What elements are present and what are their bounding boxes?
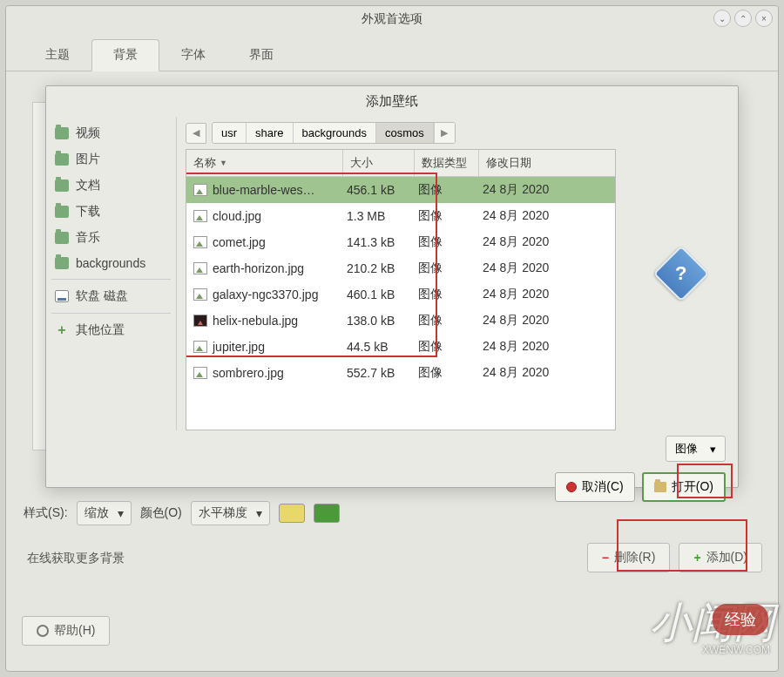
- place-label: 下载: [76, 204, 100, 220]
- breadcrumb-path: usrsharebackgroundscosmos▶: [212, 122, 456, 144]
- file-row[interactable]: comet.jpg141.3 kB图像24 8月 2020: [186, 229, 615, 255]
- breadcrumb-back-button[interactable]: ◀: [186, 123, 206, 144]
- image-file-icon: [193, 288, 207, 301]
- divider: [51, 313, 171, 314]
- open-label: 打开(O): [672, 479, 713, 495]
- place-label: 软盘 磁盘: [76, 288, 128, 304]
- file-name: blue-marble-wes…: [213, 183, 314, 197]
- main-actions: −删除(R) +添加(D): [587, 543, 762, 572]
- place-backgrounds[interactable]: backgrounds: [50, 251, 172, 275]
- file-type: 图像: [415, 208, 479, 224]
- maximize-button[interactable]: ⌃: [734, 10, 752, 27]
- close-button[interactable]: ×: [755, 10, 773, 27]
- file-date: 24 8月 2020: [479, 339, 615, 355]
- tab-背景[interactable]: 背景: [91, 39, 159, 71]
- file-type: 图像: [415, 287, 479, 302]
- place-图片[interactable]: 图片: [50, 146, 172, 173]
- column-header-type[interactable]: 数据类型: [415, 150, 479, 176]
- file-row[interactable]: earth-horizon.jpg210.2 kB图像24 8月 2020: [186, 255, 615, 281]
- gear-icon: [37, 625, 49, 637]
- place-label: 文档: [76, 178, 100, 193]
- file-name: comet.jpg: [213, 235, 266, 249]
- file-name: cloud.jpg: [213, 209, 261, 223]
- file-size: 210.2 kB: [343, 261, 415, 275]
- file-date: 24 8月 2020: [479, 182, 615, 198]
- sort-indicator-icon: ▼: [220, 159, 227, 167]
- places-sidebar: 视频图片文档下载音乐backgrounds软盘 磁盘+其他位置: [46, 117, 177, 430]
- file-type: 图像: [415, 261, 479, 276]
- file-type-filter[interactable]: 图像 ▾: [666, 436, 726, 462]
- place-视频[interactable]: 视频: [50, 120, 172, 146]
- file-row[interactable]: cloud.jpg1.3 MB图像24 8月 2020: [186, 203, 615, 229]
- tabs: 主题背景字体界面: [6, 32, 778, 71]
- window-controls: ⌄ ⌃ ×: [713, 10, 773, 27]
- file-name: jupiter.jpg: [213, 340, 265, 354]
- file-size: 456.1 kB: [343, 183, 415, 197]
- breadcrumb-usr[interactable]: usr: [213, 123, 247, 143]
- image-file-icon: [193, 184, 207, 196]
- breadcrumb-backgrounds[interactable]: backgrounds: [294, 123, 376, 143]
- file-row[interactable]: helix-nebula.jpg138.0 kB图像24 8月 2020: [186, 308, 615, 334]
- file-row[interactable]: jupiter.jpg44.5 kB图像24 8月 2020: [186, 334, 615, 360]
- place-文档[interactable]: 文档: [50, 173, 172, 199]
- breadcrumb-cosmos[interactable]: cosmos: [376, 123, 434, 143]
- place-label: 其他位置: [76, 322, 125, 338]
- file-row[interactable]: sombrero.jpg552.7 kB图像24 8月 2020: [186, 360, 615, 386]
- filter-value: 图像: [675, 441, 698, 457]
- cancel-button[interactable]: 取消(C): [555, 472, 634, 502]
- remove-label: 删除(R): [614, 550, 655, 565]
- file-name: sombrero.jpg: [213, 366, 284, 380]
- add-label: 添加(D): [706, 550, 747, 565]
- minus-icon: −: [602, 551, 609, 565]
- place-软盘 磁盘[interactable]: 软盘 磁盘: [50, 283, 172, 309]
- file-name: earth-horizon.jpg: [213, 261, 304, 275]
- file-date: 24 8月 2020: [479, 261, 615, 276]
- file-rows[interactable]: blue-marble-wes…456.1 kB图像24 8月 2020clou…: [186, 177, 615, 430]
- file-size: 44.5 kB: [343, 340, 415, 354]
- file-type: 图像: [415, 182, 479, 198]
- place-label: 视频: [76, 125, 100, 141]
- plus-icon: +: [693, 551, 700, 565]
- remove-button[interactable]: −删除(R): [587, 543, 671, 572]
- column-header-name[interactable]: 名称▼: [186, 150, 343, 176]
- column-header-size[interactable]: 大小: [343, 150, 415, 176]
- column-header-date[interactable]: 修改日期: [479, 150, 615, 176]
- tab-界面[interactable]: 界面: [227, 39, 295, 71]
- add-wallpaper-dialog: 添加壁纸 视频图片文档下载音乐backgrounds软盘 磁盘+其他位置 ◀ u…: [45, 85, 739, 488]
- disk-icon: [55, 290, 69, 302]
- breadcrumb-forward-button[interactable]: ▶: [434, 123, 455, 143]
- folder-open-icon: [654, 482, 666, 492]
- minimize-button[interactable]: ⌄: [713, 10, 731, 27]
- place-音乐[interactable]: 音乐: [50, 225, 172, 251]
- question-icon: ?: [652, 245, 709, 301]
- file-type: 图像: [415, 365, 479, 381]
- breadcrumb-share[interactable]: share: [247, 123, 294, 143]
- add-button[interactable]: +添加(D): [679, 543, 762, 572]
- file-size: 460.1 kB: [343, 288, 415, 301]
- file-date: 24 8月 2020: [479, 208, 615, 224]
- file-row[interactable]: blue-marble-wes…456.1 kB图像24 8月 2020: [186, 177, 615, 203]
- image-file-icon: [193, 315, 207, 327]
- file-row[interactable]: galaxy-ngc3370.jpg460.1 kB图像24 8月 2020: [186, 281, 615, 308]
- folder-icon: [55, 127, 69, 139]
- place-label: 图片: [76, 152, 100, 167]
- image-file-icon: [193, 341, 207, 353]
- tab-主题[interactable]: 主题: [24, 39, 91, 71]
- folder-icon: [55, 257, 69, 269]
- file-type: 图像: [415, 234, 479, 250]
- folder-icon: [55, 206, 69, 218]
- plus-icon: +: [55, 322, 69, 338]
- tab-字体[interactable]: 字体: [159, 39, 227, 71]
- place-下载[interactable]: 下载: [50, 199, 172, 225]
- file-area: ◀ usrsharebackgroundscosmos▶ 名称▼ 大小 数据类型…: [177, 117, 625, 430]
- file-date: 24 8月 2020: [479, 313, 615, 328]
- get-more-backgrounds-link[interactable]: 在线获取更多背景: [27, 551, 125, 566]
- place-label: 音乐: [76, 230, 100, 246]
- file-size: 138.0 kB: [343, 314, 415, 328]
- file-size: 552.7 kB: [343, 366, 415, 380]
- help-button[interactable]: 帮助(H): [22, 616, 110, 646]
- place-其他位置[interactable]: +其他位置: [50, 317, 172, 343]
- chevron-down-icon: ▾: [710, 443, 716, 456]
- open-button[interactable]: 打开(O): [642, 472, 726, 502]
- file-size: 1.3 MB: [343, 209, 415, 223]
